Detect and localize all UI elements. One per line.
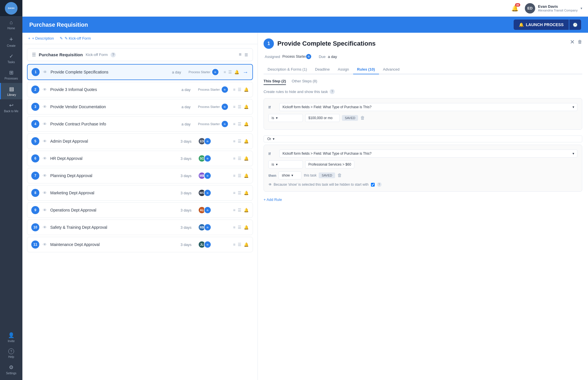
list-icon[interactable]: ☰	[238, 242, 241, 247]
rule-row-condition-1: is ▾ $100,000 or mo SAVED 🗑	[268, 114, 577, 122]
align-icon[interactable]: ≡	[233, 122, 235, 126]
assignee-label: Process Starter	[198, 122, 220, 126]
sidebar-item-home[interactable]: ⌂ Home	[0, 17, 22, 33]
sidebar-item-help[interactable]: ? Help	[0, 346, 22, 361]
align-icon[interactable]: ≡	[233, 242, 235, 247]
condition-op-select-2[interactable]: is ▾	[268, 160, 303, 168]
delete-icon[interactable]: 🗑	[578, 39, 582, 44]
sidebar-item-create[interactable]: + Create	[0, 33, 22, 50]
assignee-label: Process Starter	[198, 88, 220, 91]
condition-field-select-1[interactable]: Kickoff form fields > Field: What Type o…	[279, 103, 577, 111]
delete-rule-2[interactable]: 🗑	[337, 173, 342, 178]
step-row[interactable]: 5👁Admin Dept Approval3 daysEDG≡☰🔔	[27, 133, 253, 149]
condition-op-select-1[interactable]: is ▾	[268, 114, 303, 122]
condition-field-select-2[interactable]: Kickoff form fields > Field: What Type o…	[279, 150, 577, 158]
avatar-stack: MBG	[198, 172, 211, 179]
menu-icon[interactable]: ≡	[239, 52, 241, 57]
bell-icon[interactable]: 🔔	[244, 208, 249, 212]
step-row[interactable]: 11👁Maintenance Dept Approval3 daysJLG≡☰🔔	[27, 237, 253, 252]
step-actions: ≡☰🔔	[233, 191, 249, 195]
list-icon[interactable]: ☰	[238, 156, 241, 161]
or-connector[interactable]: Or ▾	[264, 135, 582, 142]
step-row[interactable]: 6👁HR Dept Approval3 daysSCG≡☰🔔	[27, 151, 253, 166]
step-row[interactable]: 9👁Operations Dept Approval3 daysALG≡☰🔔	[27, 202, 253, 218]
launch-process-button[interactable]: 🔔 LAUNCH PROCESS	[514, 20, 569, 30]
step-row[interactable]: 4👁Provide Contract Purchase Infoa dayPro…	[27, 116, 253, 132]
list-icon[interactable]: ☰	[228, 70, 232, 74]
step-actions: ≡☰🔔	[233, 87, 249, 92]
then-action-select[interactable]: show ▾	[278, 171, 301, 179]
list-icon[interactable]: ☰	[238, 191, 241, 195]
due-meta: Due a day	[319, 53, 337, 60]
tab-detail-deadline[interactable]: Deadline	[311, 65, 334, 74]
bell-icon[interactable]: 🔔	[244, 104, 249, 109]
align-icon[interactable]: ≡	[233, 173, 235, 178]
list-icon[interactable]: ☰	[238, 87, 241, 92]
tab-detail-description[interactable]: Description & Forms (1)	[264, 65, 311, 74]
step-row[interactable]: 10👁Safety & Training Dept Approval3 days…	[27, 220, 253, 235]
step-name: Provide Complete Specifications	[51, 70, 165, 74]
bell-icon[interactable]: 🔔	[244, 156, 249, 161]
align-icon[interactable]: ≡	[233, 191, 235, 195]
list-view-icon[interactable]: ≣	[244, 52, 248, 57]
align-icon[interactable]: ≡	[233, 139, 235, 144]
list-icon[interactable]: ☰	[238, 122, 241, 126]
align-icon[interactable]: ≡	[233, 104, 235, 109]
list-icon[interactable]: ☰	[238, 173, 241, 178]
close-icon[interactable]: ✕	[570, 38, 575, 45]
bell-icon[interactable]: 🔔	[244, 225, 249, 230]
tab-detail-advanced[interactable]: Advanced	[379, 65, 404, 74]
if-label-1: If	[268, 105, 277, 109]
bell-icon[interactable]: 🔔	[244, 173, 249, 178]
sidebar-item-back[interactable]: ↩ Back to Me	[0, 99, 22, 116]
bell-icon[interactable]: 🔔	[244, 191, 249, 195]
tab-detail-assign[interactable]: Assign	[334, 65, 353, 74]
user-menu[interactable]: ED Evan Davis Alexandria Transit Company…	[525, 3, 582, 13]
footer-help-icon[interactable]: ?	[377, 182, 382, 187]
help-circle-icon[interactable]: ?	[111, 52, 116, 57]
avatar-stack: G	[221, 103, 229, 110]
bell-icon[interactable]: 🔔	[244, 122, 249, 126]
sidebar-item-processes[interactable]: ⊞ Processes	[0, 67, 22, 83]
next-arrow-icon[interactable]: →	[243, 69, 248, 75]
tab-detail-rules[interactable]: Rules (10)	[353, 65, 379, 74]
bell-icon[interactable]: 🔔	[234, 70, 239, 74]
tab-kickoff[interactable]: ✎ ✎ Kick-off Form	[60, 36, 91, 40]
delete-rule-1[interactable]: 🗑	[360, 115, 365, 121]
notifications-button[interactable]: 🔔 30	[510, 3, 520, 13]
footer-checkbox[interactable]	[371, 183, 375, 187]
condition-value-2[interactable]: Professional Services > $60	[305, 160, 354, 168]
list-icon[interactable]: ☰	[238, 139, 241, 144]
align-icon[interactable]: ≡	[224, 70, 226, 74]
sidebar-item-invite[interactable]: 👤 Invite	[0, 329, 22, 346]
step-row[interactable]: 2👁Provide 3 Informal Quotesa dayProcess …	[27, 82, 253, 97]
align-icon[interactable]: ≡	[233, 208, 235, 212]
sidebar-item-tasks[interactable]: ✓ Tasks	[0, 50, 22, 67]
list-icon[interactable]: ☰	[238, 208, 241, 212]
step-duration: 3 days	[177, 208, 195, 212]
sidebar-item-library[interactable]: ▤ Library	[0, 83, 22, 99]
step-row[interactable]: 8👁Marketing Dept Approval3 daysWCG≡☰🔔	[27, 185, 253, 201]
align-icon[interactable]: ≡	[233, 225, 235, 230]
list-icon[interactable]: ☰	[238, 104, 241, 109]
step-row[interactable]: 3👁Provide Vendor Documentationa dayProce…	[27, 99, 253, 115]
align-icon[interactable]: ≡	[233, 87, 235, 92]
step-row[interactable]: 1👁Provide Complete Specificationsa dayPr…	[27, 64, 253, 80]
condition-value-1[interactable]: $100,000 or mo	[305, 114, 340, 122]
subtab-this-step[interactable]: This Step (2)	[264, 79, 286, 85]
sidebar-item-settings[interactable]: ⚙ Settings	[0, 361, 22, 378]
step-number: 1	[32, 68, 40, 76]
list-icon[interactable]: ☰	[238, 225, 241, 230]
bell-icon[interactable]: 🔔	[244, 139, 249, 144]
launch-button-group: 🔔 LAUNCH PROCESS 🕐	[514, 20, 581, 30]
rules-help-icon[interactable]: ?	[330, 89, 335, 94]
bell-icon[interactable]: 🔔	[244, 87, 249, 92]
step-name: Provide Vendor Documentation	[50, 104, 174, 109]
bell-icon[interactable]: 🔔	[244, 242, 249, 247]
step-row[interactable]: 7👁Planning Dept Approval3 daysMBG≡☰🔔	[27, 168, 253, 183]
add-rule-button[interactable]: + Add Rule	[264, 197, 582, 202]
launch-dropdown-button[interactable]: 🕐	[569, 20, 581, 30]
align-icon[interactable]: ≡	[233, 156, 235, 161]
subtab-other-steps[interactable]: Other Steps (8)	[292, 79, 317, 85]
tab-description[interactable]: + + Description	[28, 36, 54, 40]
